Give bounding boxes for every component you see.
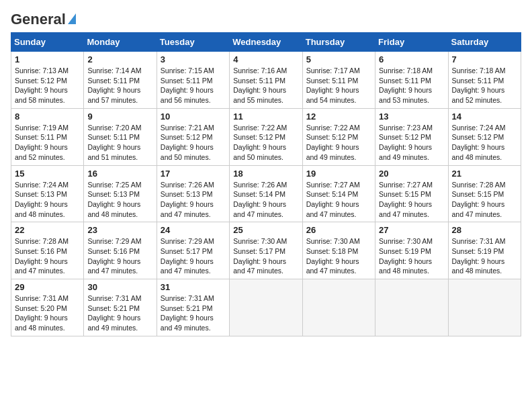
calendar-cell: 24 Sunrise: 7:29 AM Sunset: 5:17 PM Dayl… bbox=[157, 222, 229, 279]
calendar-cell: 6 Sunrise: 7:18 AM Sunset: 5:11 PM Dayli… bbox=[375, 52, 448, 109]
cell-info: Sunrise: 7:21 AM Sunset: 5:12 PM Dayligh… bbox=[161, 123, 226, 163]
day-number: 4 bbox=[233, 54, 298, 64]
day-number: 17 bbox=[161, 169, 226, 179]
calendar-cell: 13 Sunrise: 7:23 AM Sunset: 5:12 PM Dayl… bbox=[375, 108, 448, 165]
day-number: 27 bbox=[379, 225, 444, 235]
day-number: 12 bbox=[306, 111, 371, 122]
calendar-cell: 16 Sunrise: 7:25 AM Sunset: 5:13 PM Dayl… bbox=[84, 165, 157, 222]
calendar-cell: 11 Sunrise: 7:22 AM Sunset: 5:12 PM Dayl… bbox=[230, 108, 302, 165]
calendar-cell: 4 Sunrise: 7:16 AM Sunset: 5:11 PM Dayli… bbox=[230, 52, 302, 109]
day-number: 5 bbox=[306, 54, 371, 64]
cell-info: Sunrise: 7:30 AM Sunset: 5:17 PM Dayligh… bbox=[233, 236, 298, 276]
calendar-cell: 7 Sunrise: 7:18 AM Sunset: 5:11 PM Dayli… bbox=[448, 52, 521, 109]
cell-info: Sunrise: 7:31 AM Sunset: 5:21 PM Dayligh… bbox=[87, 293, 152, 333]
day-number: 25 bbox=[233, 225, 298, 235]
cell-info: Sunrise: 7:20 AM Sunset: 5:11 PM Dayligh… bbox=[87, 123, 152, 163]
col-header-thursday: Thursday bbox=[302, 33, 375, 52]
day-number: 13 bbox=[379, 111, 444, 122]
day-number: 14 bbox=[452, 111, 517, 122]
day-number: 22 bbox=[15, 225, 80, 235]
day-number: 23 bbox=[87, 225, 152, 235]
day-number: 31 bbox=[161, 282, 226, 292]
cell-info: Sunrise: 7:29 AM Sunset: 5:17 PM Dayligh… bbox=[161, 236, 226, 276]
day-number: 9 bbox=[87, 111, 152, 122]
calendar-cell: 19 Sunrise: 7:27 AM Sunset: 5:14 PM Dayl… bbox=[302, 165, 375, 222]
cell-info: Sunrise: 7:31 AM Sunset: 5:21 PM Dayligh… bbox=[161, 293, 226, 333]
cell-info: Sunrise: 7:18 AM Sunset: 5:11 PM Dayligh… bbox=[452, 66, 517, 105]
day-number: 10 bbox=[161, 111, 226, 122]
cell-info: Sunrise: 7:31 AM Sunset: 5:19 PM Dayligh… bbox=[452, 236, 517, 276]
cell-info: Sunrise: 7:27 AM Sunset: 5:14 PM Dayligh… bbox=[306, 180, 371, 220]
calendar-cell bbox=[375, 279, 448, 336]
day-number: 3 bbox=[161, 54, 226, 64]
cell-info: Sunrise: 7:30 AM Sunset: 5:19 PM Dayligh… bbox=[379, 236, 444, 276]
calendar-cell: 8 Sunrise: 7:19 AM Sunset: 5:11 PM Dayli… bbox=[11, 108, 84, 165]
cell-info: Sunrise: 7:24 AM Sunset: 5:13 PM Dayligh… bbox=[15, 180, 80, 220]
logo-arrow-icon bbox=[68, 13, 76, 24]
calendar-cell: 12 Sunrise: 7:22 AM Sunset: 5:12 PM Dayl… bbox=[302, 108, 375, 165]
cell-info: Sunrise: 7:14 AM Sunset: 5:11 PM Dayligh… bbox=[87, 66, 152, 105]
calendar-cell: 10 Sunrise: 7:21 AM Sunset: 5:12 PM Dayl… bbox=[157, 108, 229, 165]
calendar-cell: 9 Sunrise: 7:20 AM Sunset: 5:11 PM Dayli… bbox=[84, 108, 157, 165]
calendar-cell: 30 Sunrise: 7:31 AM Sunset: 5:21 PM Dayl… bbox=[84, 279, 157, 336]
calendar-cell: 31 Sunrise: 7:31 AM Sunset: 5:21 PM Dayl… bbox=[157, 279, 229, 336]
page-header: General bbox=[11, 11, 521, 26]
calendar-cell: 5 Sunrise: 7:17 AM Sunset: 5:11 PM Dayli… bbox=[302, 52, 375, 109]
cell-info: Sunrise: 7:25 AM Sunset: 5:13 PM Dayligh… bbox=[87, 180, 152, 220]
col-header-monday: Monday bbox=[84, 33, 157, 52]
day-number: 1 bbox=[15, 54, 80, 64]
calendar-table: SundayMondayTuesdayWednesdayThursdayFrid… bbox=[11, 32, 521, 336]
day-number: 18 bbox=[233, 169, 298, 179]
calendar-cell: 18 Sunrise: 7:26 AM Sunset: 5:14 PM Dayl… bbox=[230, 165, 302, 222]
cell-info: Sunrise: 7:28 AM Sunset: 5:16 PM Dayligh… bbox=[15, 236, 80, 276]
day-number: 15 bbox=[15, 169, 80, 179]
calendar-cell: 23 Sunrise: 7:29 AM Sunset: 5:16 PM Dayl… bbox=[84, 222, 157, 279]
day-number: 20 bbox=[379, 169, 444, 179]
calendar-cell: 22 Sunrise: 7:28 AM Sunset: 5:16 PM Dayl… bbox=[11, 222, 84, 279]
logo-text: General bbox=[11, 11, 66, 28]
cell-info: Sunrise: 7:15 AM Sunset: 5:11 PM Dayligh… bbox=[161, 66, 226, 105]
day-number: 16 bbox=[87, 169, 152, 179]
day-number: 26 bbox=[306, 225, 371, 235]
calendar-cell: 14 Sunrise: 7:24 AM Sunset: 5:12 PM Dayl… bbox=[448, 108, 521, 165]
day-number: 21 bbox=[452, 169, 517, 179]
cell-info: Sunrise: 7:24 AM Sunset: 5:12 PM Dayligh… bbox=[452, 123, 517, 163]
col-header-sunday: Sunday bbox=[11, 33, 84, 52]
cell-info: Sunrise: 7:22 AM Sunset: 5:12 PM Dayligh… bbox=[306, 123, 371, 163]
day-number: 8 bbox=[15, 111, 80, 122]
calendar-cell: 29 Sunrise: 7:31 AM Sunset: 5:20 PM Dayl… bbox=[11, 279, 84, 336]
calendar-cell: 2 Sunrise: 7:14 AM Sunset: 5:11 PM Dayli… bbox=[84, 52, 157, 109]
day-number: 30 bbox=[87, 282, 152, 292]
cell-info: Sunrise: 7:18 AM Sunset: 5:11 PM Dayligh… bbox=[379, 66, 444, 105]
col-header-tuesday: Tuesday bbox=[157, 33, 229, 52]
cell-info: Sunrise: 7:29 AM Sunset: 5:16 PM Dayligh… bbox=[87, 236, 152, 276]
calendar-cell: 25 Sunrise: 7:30 AM Sunset: 5:17 PM Dayl… bbox=[230, 222, 302, 279]
day-number: 7 bbox=[452, 54, 517, 64]
col-header-friday: Friday bbox=[375, 33, 448, 52]
calendar-cell: 28 Sunrise: 7:31 AM Sunset: 5:19 PM Dayl… bbox=[448, 222, 521, 279]
calendar-cell: 1 Sunrise: 7:13 AM Sunset: 5:12 PM Dayli… bbox=[11, 52, 84, 109]
cell-info: Sunrise: 7:26 AM Sunset: 5:14 PM Dayligh… bbox=[233, 180, 298, 220]
calendar-cell bbox=[448, 279, 521, 336]
calendar-cell: 17 Sunrise: 7:26 AM Sunset: 5:13 PM Dayl… bbox=[157, 165, 229, 222]
cell-info: Sunrise: 7:23 AM Sunset: 5:12 PM Dayligh… bbox=[379, 123, 444, 163]
cell-info: Sunrise: 7:22 AM Sunset: 5:12 PM Dayligh… bbox=[233, 123, 298, 163]
calendar-cell: 20 Sunrise: 7:27 AM Sunset: 5:15 PM Dayl… bbox=[375, 165, 448, 222]
day-number: 6 bbox=[379, 54, 444, 64]
day-number: 2 bbox=[87, 54, 152, 64]
col-header-wednesday: Wednesday bbox=[230, 33, 302, 52]
day-number: 19 bbox=[306, 169, 371, 179]
cell-info: Sunrise: 7:16 AM Sunset: 5:11 PM Dayligh… bbox=[233, 66, 298, 105]
day-number: 28 bbox=[452, 225, 517, 235]
cell-info: Sunrise: 7:26 AM Sunset: 5:13 PM Dayligh… bbox=[161, 180, 226, 220]
day-number: 11 bbox=[233, 111, 298, 122]
cell-info: Sunrise: 7:28 AM Sunset: 5:15 PM Dayligh… bbox=[452, 180, 517, 220]
calendar-cell: 26 Sunrise: 7:30 AM Sunset: 5:18 PM Dayl… bbox=[302, 222, 375, 279]
cell-info: Sunrise: 7:13 AM Sunset: 5:12 PM Dayligh… bbox=[15, 66, 80, 105]
calendar-cell: 27 Sunrise: 7:30 AM Sunset: 5:19 PM Dayl… bbox=[375, 222, 448, 279]
calendar-cell bbox=[302, 279, 375, 336]
cell-info: Sunrise: 7:17 AM Sunset: 5:11 PM Dayligh… bbox=[306, 66, 371, 105]
logo: General bbox=[11, 11, 76, 26]
day-number: 24 bbox=[161, 225, 226, 235]
calendar-cell bbox=[230, 279, 302, 336]
